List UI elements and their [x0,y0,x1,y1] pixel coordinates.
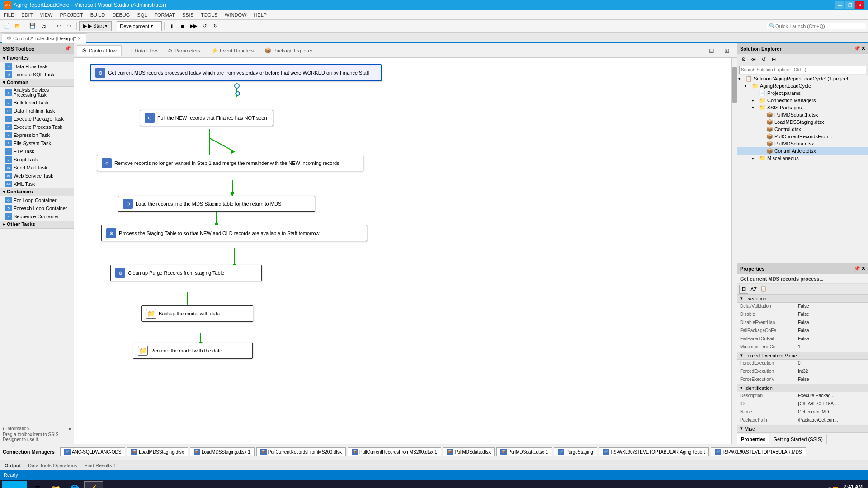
tree-item-loadmds[interactable]: 📦 LoadMDSStaging.dtsx [737,118,868,126]
toolbox-section-header-containers[interactable]: ▾ Containers [0,188,74,196]
tab-package-explorer[interactable]: 📦 Package Explorer [259,45,317,56]
conn-item-pullmds[interactable]: 📦 PullMDSdata.dtsx [443,447,495,456]
flow-node-7[interactable]: 📁 Backup the model with data [141,305,253,322]
props-section-id[interactable]: ▾ Identification [737,384,868,392]
taskbar-item-explorer[interactable]: 📁 [46,481,65,488]
taskbar-item-vs[interactable]: ⚡ [84,481,103,488]
canvas-scroll[interactable]: ⚙ Get current MDS records processed toda… [74,58,737,444]
toolbox-section-header-favorites[interactable]: ▾ Favorites [0,54,74,62]
tb-extra3[interactable]: ▶▶ [189,21,198,31]
menu-item-edit[interactable]: EDIT [18,10,36,20]
flow-node-2[interactable]: ⚙ Pull the NEW records that Finance has … [140,110,273,126]
menu-item-project[interactable]: PROJECT [56,10,86,20]
tree-item-misc[interactable]: ▸ 📁 Miscellaneous [737,155,868,162]
save-button[interactable]: 💾 [28,21,38,31]
tree-arrow-ssis[interactable]: ▾ [752,105,757,110]
menu-item-build[interactable]: BUILD [87,10,108,20]
menu-item-debug[interactable]: DEBUG [108,10,133,20]
flow-node-6[interactable]: ⚙ Clean up Purge Records from staging Ta… [110,265,262,281]
se-close-icon[interactable]: ✕ [861,46,865,52]
toolbox-item-for-loop[interactable]: ⟳ For Loop Container [0,196,74,204]
tree-item-pullmds2[interactable]: 📦 PullMDSdata.dtsx [737,140,868,147]
tree-item-project[interactable]: ▾ 📁 AgingReportLoadCycle [737,82,868,89]
flow-node-1[interactable]: ⚙ Get current MDS records processed toda… [90,64,382,81]
conn-item-anc[interactable]: 🔗 ANC-SQLDW.ANC-ODS [60,447,125,456]
tb-extra4[interactable]: ↺ [199,21,209,31]
tree-item-pullcurrent[interactable]: 📦 PullCurrentRecordsFrom... [737,133,868,140]
se-properties-button[interactable]: ⚙ [739,55,748,64]
taskbar-item-ie[interactable]: 🌐 [65,481,84,488]
se-search-input[interactable] [739,66,866,74]
tab-parameters[interactable]: ⚙ Parameters [163,45,205,56]
open-button[interactable]: 📂 [13,21,23,31]
toolbox-item-file-system[interactable]: F File System Task [0,139,74,147]
taskbar-item-desktop[interactable]: 🖥 [27,481,46,488]
output-tab-output[interactable]: Output [3,462,23,469]
tree-item-control-article[interactable]: 📦 Control Article.dtsx [737,147,868,155]
toolbox-item-exec-process[interactable]: P Execute Process Task [0,123,74,131]
tree-item-solution[interactable]: ▾ 📋 Solution 'AgingReportLoadCycle' (1 p… [737,75,868,82]
flow-node-4[interactable]: ⚙ Load the records into the MDS Staging … [118,196,315,212]
close-button[interactable]: ✕ [855,1,864,9]
conn-item-loadmds1[interactable]: 📦 LoadMDSStaging.dtsx 1 [190,447,255,456]
toolbox-item-data-profiling[interactable]: D Data Profiling Task [0,107,74,115]
menu-item-help[interactable]: HELP [250,10,270,20]
toolbox-item-xml[interactable]: </> XML Task [0,180,74,188]
toolbox-item-bulk-insert[interactable]: B Bulk Insert Task [0,99,74,107]
props-pin-icon[interactable]: 📌 [854,266,860,272]
tb-extra2[interactable]: ⏹ [178,21,188,31]
toolbox-item-foreach[interactable]: ↻ Foreach Loop Container [0,204,74,212]
props-pages-button[interactable]: 📋 [759,285,768,294]
info-expand[interactable]: ● [68,426,71,431]
toolbox-item-analysis[interactable]: A Analysis Services Processing Task [0,87,74,99]
menu-item-format[interactable]: FORMAT [151,10,179,20]
restore-button[interactable]: ❐ [845,1,854,9]
menu-item-view[interactable]: VIEW [36,10,56,20]
tree-arrow-solution[interactable]: ▾ [738,76,744,81]
flow-node-3[interactable]: ⚙ Remove records no longer wanted in Ste… [97,155,363,171]
redo-button[interactable]: ↪ [64,21,74,31]
output-tab-data-tools[interactable]: Data Tools Operations [26,462,79,469]
tab-getting-started[interactable]: Getting Started (SSIS) [769,434,826,444]
tab-data-flow[interactable]: → Data Flow [123,45,162,56]
output-tab-find-results[interactable]: Find Results 1 [83,462,118,469]
minimize-button[interactable]: — [835,1,844,9]
tree-item-project-params[interactable]: 📄 Project.params [737,89,868,97]
se-show-all-button[interactable]: 👁 [749,55,758,64]
start-button[interactable]: ⊞ [2,481,27,488]
toolbox-pin-icon[interactable]: 📌 [65,46,71,52]
tab-zoom-controls[interactable]: ⊟ [704,45,719,56]
toolbox-item-send-mail[interactable]: ✉ Send Mail Task [0,164,74,172]
conn-item-loadmds[interactable]: 📦 LoadMDSStaging.dtsx [127,447,188,456]
menu-item-sql[interactable]: SQL [133,10,151,20]
tree-item-control[interactable]: 📦 Control.dtsx [737,126,868,133]
conn-item-purge[interactable]: 🔗 PurgeStaging [554,447,597,456]
props-section-forced[interactable]: ▾ Forced Execution Value [737,352,868,360]
tree-item-connection-managers[interactable]: ▸ 📁 Connection Managers [737,97,868,104]
configuration-dropdown[interactable]: Development ▾ [117,21,162,31]
tb-extra5[interactable]: ↻ [210,21,220,31]
menu-item-ssis[interactable]: SSIS [179,10,197,20]
menu-item-tools[interactable]: TOOLS [197,10,221,20]
toolbox-item-expression[interactable]: X Expression Task [0,131,74,139]
tree-item-ssis-packages[interactable]: ▾ 📁 SSIS Packages [737,104,868,111]
conn-item-r9-aging[interactable]: 🔗 R9-WXL90\STEVETOPTABULAR.AgingReport [599,447,709,456]
save-all-button[interactable]: 🗂 [38,21,48,31]
toolbox-section-header-common[interactable]: ▾ Common [0,79,74,87]
se-collapse-button[interactable]: ⊟ [769,55,778,64]
vertical-scrollbar[interactable] [731,58,737,444]
toolbox-item-script[interactable]: S Script Task [0,155,74,164]
flow-node-8[interactable]: 📁 Rename the model with the date [133,343,253,359]
undo-button[interactable]: ↩ [53,21,63,31]
se-pin-icon[interactable]: 📌 [854,46,860,52]
close-tab-button[interactable]: ✕ [78,36,81,41]
menu-item-window[interactable]: WINDOW [221,10,250,20]
props-alpha-button[interactable]: AZ [749,285,758,294]
tb-extra1[interactable]: ⏸ [167,21,177,31]
toolbox-item-web-service[interactable]: W Web Service Task [0,172,74,180]
tab-control-flow[interactable]: ⚙ Control Flow [77,45,122,56]
toolbox-section-header-other[interactable]: ▸ Other Tasks [0,221,74,229]
conn-item-pullmds1[interactable]: 📦 PullMDSdata.dtsx 1 [496,447,552,456]
tree-arrow-project[interactable]: ▾ [745,84,750,88]
toolbox-item-sequence[interactable]: ≡ Sequence Container [0,212,74,221]
